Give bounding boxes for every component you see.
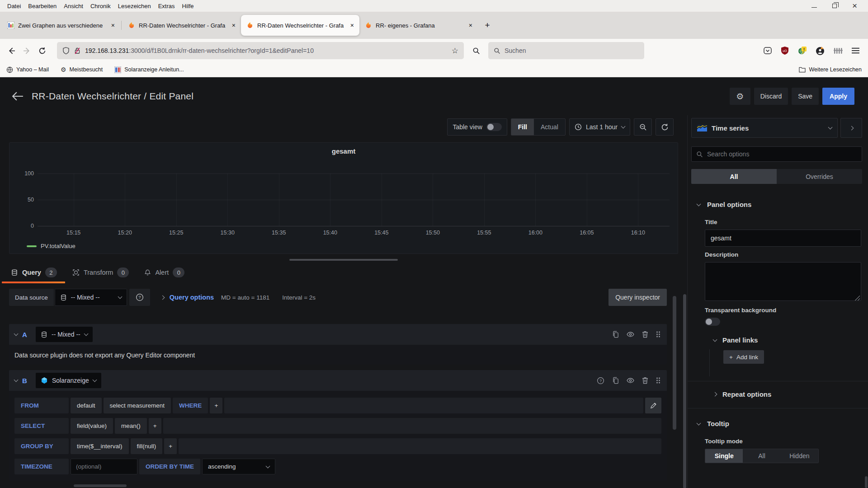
back-arrow-icon[interactable] [12, 91, 24, 101]
actual-option[interactable]: Actual [534, 119, 565, 135]
chevron-down-icon[interactable] [14, 378, 19, 382]
save-button[interactable]: Save [792, 88, 819, 105]
group-by-fill-segment[interactable]: fill(null) [131, 438, 163, 454]
menu-item-file[interactable]: Datei [4, 2, 24, 10]
add-select-part-button[interactable]: + [149, 418, 161, 434]
query-area-scrollbar-thumb[interactable] [673, 296, 676, 430]
fill-option[interactable]: Fill [511, 119, 534, 135]
query-a-datasource-picker[interactable]: -- Mixed -- [36, 327, 93, 342]
shield-icon[interactable] [62, 47, 70, 55]
tab-query[interactable]: Query 2 [10, 267, 58, 283]
query-options-toggle[interactable]: Query options [161, 294, 214, 301]
pocket-icon[interactable] [763, 46, 772, 55]
tooltip-mode-all[interactable]: All [743, 449, 780, 463]
tab-all-options[interactable]: All [691, 169, 777, 184]
options-search-field[interactable] [691, 146, 862, 162]
eye-icon[interactable] [627, 331, 634, 338]
other-bookmarks[interactable]: Weitere Lesezeichen [799, 66, 862, 73]
datasource-picker[interactable]: -- Mixed -- [55, 289, 127, 306]
query-inspector-button[interactable]: Query inspector [609, 289, 667, 306]
tooltip-mode-hidden[interactable]: Hidden [781, 449, 818, 463]
url-text[interactable]: 192.168.13.231:3000/d/f1B0Ldrnk/rr-daten… [85, 47, 448, 54]
chart-panel[interactable]: gesamt 100 50 0 [9, 142, 678, 254]
fence-containers-icon[interactable] [833, 46, 843, 55]
forward-icon[interactable] [19, 43, 34, 58]
add-group-by-button[interactable]: + [164, 438, 177, 454]
add-link-button[interactable]: + Add link [723, 350, 764, 364]
browser-tab-1[interactable]: Zwei Graphen aus verschiedene × [2, 15, 120, 36]
chart-plot-area[interactable]: 100 50 0 [38, 174, 670, 226]
select-field-segment[interactable]: field(value) [71, 418, 113, 434]
bookmark-star-icon[interactable]: ☆ [452, 46, 458, 56]
from-measurement-segment[interactable]: select measurement [104, 398, 171, 413]
window-minimize-button[interactable] [811, 7, 817, 8]
browser-tab-2[interactable]: RR-Daten Wechselrichter - Grafa × [123, 15, 241, 36]
select-mean-segment[interactable]: mean() [115, 418, 147, 434]
tab-close-icon[interactable]: × [230, 21, 237, 30]
menu-item-bookmarks[interactable]: Lesezeichen [114, 2, 155, 10]
trash-icon[interactable] [642, 331, 648, 338]
browser-tab-4[interactable]: RR- eigenes - Grafana × [359, 15, 478, 36]
bookmark-solaranzeige[interactable]: Solaranzeige Anleitun... [114, 66, 184, 73]
browser-search-input[interactable] [505, 47, 639, 54]
panel-links-section-header[interactable]: Panel links [688, 327, 868, 349]
table-view-toggle[interactable] [486, 123, 502, 131]
eye-icon[interactable] [627, 377, 634, 384]
tab-alert[interactable]: Alert 0 [143, 267, 185, 283]
panel-description-textarea[interactable] [705, 262, 861, 301]
reload-icon[interactable] [34, 43, 50, 58]
tooltip-mode-single[interactable]: Single [705, 449, 743, 463]
browser-tab-3-active[interactable]: RR-Daten Wechselrichter - Grafa × [241, 15, 359, 36]
legend-series-label[interactable]: PV.totalValue [41, 243, 75, 249]
tab-overrides[interactable]: Overrides [777, 169, 862, 184]
timezone-input[interactable] [71, 459, 137, 474]
from-policy-segment[interactable]: default [71, 398, 102, 413]
tooltip-section-header[interactable]: Tooltip [688, 413, 868, 433]
panel-settings-gear-button[interactable]: ⚙ [730, 88, 750, 105]
help-circle-icon[interactable]: ? [597, 377, 604, 385]
tab-transform[interactable]: Transform 0 [71, 267, 130, 283]
apply-button[interactable]: Apply [822, 88, 854, 105]
window-close-button[interactable]: × [852, 3, 857, 9]
repeat-options-section-header[interactable]: Repeat options [688, 386, 868, 404]
query-b-header[interactable]: B Solaranzeige ? [9, 370, 667, 391]
tab-close-icon[interactable]: × [349, 21, 356, 30]
panel-options-section-header[interactable]: Panel options [688, 194, 868, 214]
url-bar[interactable]: 192.168.13.231:3000/d/f1B0Ldrnk/rr-daten… [57, 42, 464, 59]
time-range-picker[interactable]: Last 1 hour [569, 118, 630, 136]
collapse-sidebar-button[interactable] [840, 118, 862, 138]
menu-item-tools[interactable]: Extras [155, 2, 179, 10]
add-where-condition-button[interactable]: + [210, 398, 222, 413]
chevron-down-icon[interactable] [14, 332, 19, 336]
zoom-out-button[interactable] [634, 118, 652, 136]
insecure-lock-icon[interactable] [74, 47, 81, 55]
options-search-input[interactable] [707, 150, 857, 158]
horizontal-scrollbar-thumb[interactable] [74, 484, 127, 487]
sidebar-scrollbar-thumb[interactable] [865, 476, 868, 488]
duplicate-icon[interactable] [612, 377, 619, 384]
bookmark-yahoo-mail[interactable]: Yahoo – Mail [6, 66, 49, 73]
bookmark-most-visited[interactable]: ⚙ Meistbesucht [61, 66, 103, 73]
browser-search-field[interactable] [488, 42, 644, 59]
drag-handle-icon[interactable] [656, 377, 660, 384]
order-direction-select[interactable]: ascending [202, 459, 275, 474]
hamburger-menu-icon[interactable] [851, 47, 860, 54]
menu-item-help[interactable]: Hilfe [179, 2, 198, 10]
search-glass-button[interactable] [468, 43, 484, 58]
ublock-icon[interactable]: uO [780, 46, 789, 55]
tab-close-icon[interactable]: × [109, 21, 117, 30]
account-extension-icon[interactable] [816, 46, 825, 56]
raw-query-pencil-button[interactable] [645, 398, 661, 413]
menu-item-history[interactable]: Chronik [87, 2, 114, 10]
discard-button[interactable]: Discard [754, 88, 788, 105]
downloader-warning-icon[interactable]: ! [797, 46, 807, 56]
back-icon[interactable] [4, 43, 19, 58]
menu-item-edit[interactable]: Bearbeiten [24, 2, 60, 10]
query-a-header[interactable]: A -- Mixed -- [9, 324, 667, 345]
window-restore-button[interactable] [832, 4, 837, 8]
refresh-button[interactable] [656, 118, 674, 136]
transparent-background-toggle[interactable] [705, 318, 720, 326]
group-by-time-segment[interactable]: time($__interval) [71, 438, 129, 454]
query-b-datasource-picker[interactable]: Solaranzeige [36, 373, 101, 388]
new-tab-button[interactable]: + [481, 19, 494, 32]
